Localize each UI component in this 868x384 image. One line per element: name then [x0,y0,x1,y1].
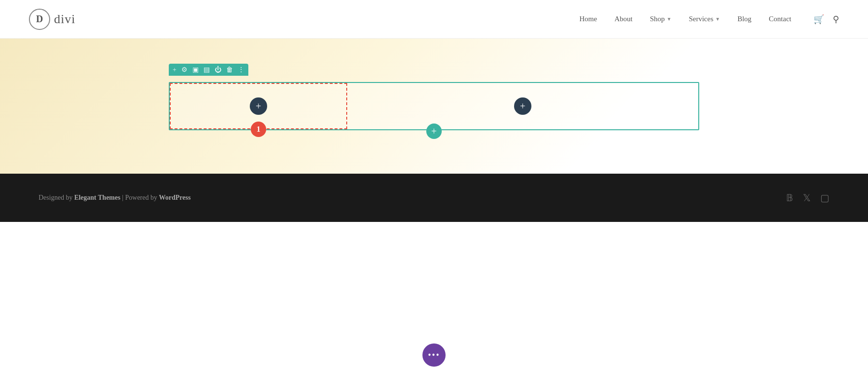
twitter-icon[interactable]: 𝕏 [803,192,811,204]
site-header: D divi Home About Shop ▼ Services ▼ Blog… [0,0,868,39]
below-footer-area: ••• [0,222,868,381]
column-left: + 1 [170,83,347,129]
nav-blog[interactable]: Blog [737,15,751,23]
add-module-right-button[interactable]: + [514,97,531,115]
nav-services[interactable]: Services ▼ [689,15,720,23]
shop-chevron-icon: ▼ [667,16,672,22]
row-toolbar: + ⚙ ▣ ▤ ⏻ 🗑 ⋮ [169,64,248,76]
wordpress-link[interactable]: WordPress [159,194,191,201]
add-row-toolbar-icon[interactable]: + [173,66,176,74]
nav-contact[interactable]: Contact [769,15,791,23]
instagram-icon[interactable]: ▢ [820,192,829,204]
main-content-area: + ⚙ ▣ ▤ ⏻ 🗑 ⋮ + 1 + [0,39,868,174]
column-right: + [347,83,698,129]
nav-utility-icons: 🛒 ⚲ [814,14,839,25]
logo[interactable]: D divi [29,9,75,30]
logo-icon: D [29,9,50,30]
add-module-left-button[interactable]: + [250,97,267,115]
services-chevron-icon: ▼ [715,16,720,22]
nav-shop[interactable]: Shop ▼ [650,15,672,23]
main-nav: Home About Shop ▼ Services ▼ Blog Contac… [580,14,840,25]
facebook-icon[interactable]: 𝔹 [786,192,793,204]
more-toolbar-icon[interactable]: ⋮ [238,66,244,74]
search-icon[interactable]: ⚲ [833,14,839,25]
settings-toolbar-icon[interactable]: ⚙ [181,66,188,74]
footer-credits: Designed by Elegant Themes | Powered by … [39,194,190,202]
grid-toolbar-icon[interactable]: ▤ [203,66,210,74]
elegant-themes-link[interactable]: Elegant Themes [74,194,121,201]
nav-about[interactable]: About [614,15,633,23]
add-row-button[interactable]: + [426,123,442,139]
duplicate-toolbar-icon[interactable]: ▣ [192,66,199,74]
cart-icon[interactable]: 🛒 [814,14,824,25]
site-footer: Designed by Elegant Themes | Powered by … [0,174,868,222]
footer-social-icons: 𝔹 𝕏 ▢ [786,192,829,204]
builder-row: + 1 + [169,82,699,130]
floating-dots-button[interactable]: ••• [422,343,446,367]
builder-wrapper: + ⚙ ▣ ▤ ⏻ 🗑 ⋮ + 1 + [169,82,699,130]
nav-home[interactable]: Home [580,15,597,23]
delete-toolbar-icon[interactable]: 🗑 [226,66,233,74]
logo-text: divi [54,12,75,27]
step-badge: 1 [251,122,266,137]
power-toolbar-icon[interactable]: ⏻ [215,66,221,74]
